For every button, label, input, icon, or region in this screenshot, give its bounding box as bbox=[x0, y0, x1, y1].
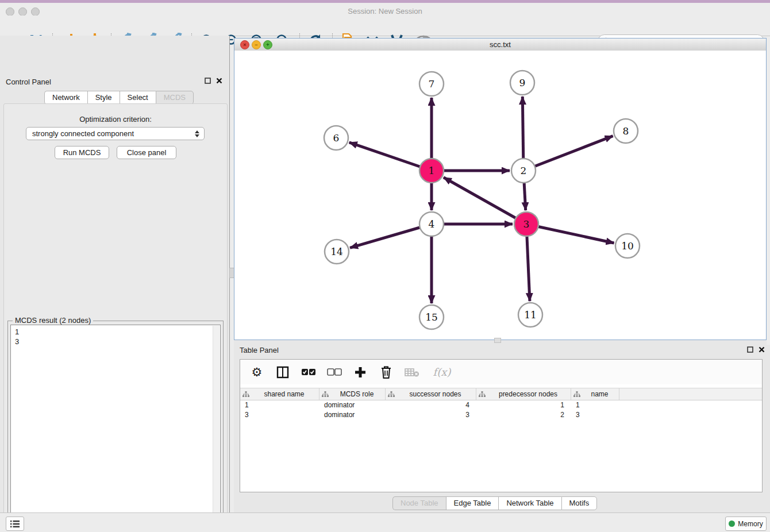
network-window-titlebar[interactable]: × − + scc.txt bbox=[234, 38, 766, 51]
select-all-columns-icon[interactable] bbox=[300, 364, 317, 381]
node-table: ⚙ f(x) bbox=[240, 359, 763, 492]
status-bar: Memory bbox=[0, 512, 770, 532]
network-column-icon bbox=[242, 391, 249, 398]
tab-node-table[interactable]: Node Table bbox=[392, 496, 446, 510]
graph-node-label: 9 bbox=[519, 77, 526, 88]
criterion-value: strongly connected component bbox=[32, 129, 134, 138]
graph-node-label: 11 bbox=[524, 309, 537, 321]
close-panel-button[interactable]: Close panel bbox=[117, 146, 176, 159]
table-row[interactable]: 1 dominator 4 1 1 bbox=[240, 400, 762, 410]
graph-node-label: 15 bbox=[425, 311, 438, 323]
memory-button[interactable]: Memory bbox=[725, 516, 767, 531]
network-view-window: × − + scc.txt 7968124314101511 bbox=[234, 38, 767, 340]
optimization-criterion-label: Optimization criterion: bbox=[4, 115, 227, 124]
network-column-icon bbox=[388, 391, 395, 398]
table-panel: Table Panel ⚙ bbox=[234, 345, 770, 512]
memory-label: Memory bbox=[738, 520, 763, 528]
graph-edge-3-10[interactable] bbox=[526, 224, 614, 243]
network-canvas[interactable]: 7968124314101511 bbox=[234, 51, 766, 340]
table-header-row: shared name MCDS role successor nodes pr… bbox=[240, 388, 762, 400]
add-column-icon[interactable] bbox=[352, 364, 369, 381]
delete-column-icon[interactable] bbox=[378, 364, 395, 381]
table-toolbar: ⚙ f(x) bbox=[240, 360, 762, 384]
tab-mcds[interactable]: MCDS bbox=[156, 91, 194, 105]
application-window: Session: New Session bbox=[0, 0, 770, 532]
function-builder-icon[interactable]: f(x) bbox=[429, 364, 455, 381]
table-row[interactable]: 3 dominator 3 2 3 bbox=[240, 410, 762, 420]
network-column-icon bbox=[479, 391, 486, 398]
result-line: 1 bbox=[15, 327, 19, 337]
graph-node-label: 14 bbox=[330, 246, 343, 257]
network-graph: 7968124314101511 bbox=[234, 51, 766, 340]
tab-motifs[interactable]: Motifs bbox=[561, 496, 598, 510]
network-column-icon bbox=[322, 391, 329, 398]
result-line: 3 bbox=[15, 337, 19, 346]
delete-table-icon[interactable] bbox=[403, 364, 421, 381]
close-panel-icon[interactable] bbox=[759, 346, 765, 353]
tab-edge-table[interactable]: Edge Table bbox=[446, 496, 499, 510]
close-panel-icon[interactable] bbox=[216, 78, 222, 84]
graph-edge-2-8[interactable] bbox=[523, 136, 613, 171]
column-header[interactable]: successor nodes bbox=[386, 388, 476, 400]
graph-node-label: 2 bbox=[521, 165, 527, 176]
table-panel-title: Table Panel bbox=[240, 346, 279, 354]
deselect-all-columns-icon[interactable] bbox=[326, 364, 343, 381]
mcds-panel: Optimization criterion: strongly connect… bbox=[3, 103, 228, 532]
tab-network-table[interactable]: Network Table bbox=[498, 496, 561, 510]
settings-icon[interactable]: ⚙ bbox=[248, 364, 265, 381]
column-header[interactable]: shared name bbox=[240, 388, 319, 400]
mcds-result-group: MCDS result (2 nodes) 1 3 bbox=[7, 321, 224, 532]
main-toolbar bbox=[0, 16, 770, 36]
result-scrollbar[interactable] bbox=[213, 326, 220, 531]
run-mcds-button[interactable]: Run MCDS bbox=[55, 146, 109, 159]
main-titlebar[interactable]: Session: New Session bbox=[0, 3, 770, 16]
graph-node-label: 7 bbox=[429, 78, 435, 90]
dropdown-arrows-icon bbox=[195, 130, 199, 137]
control-panel-title: Control Panel bbox=[6, 78, 51, 86]
graph-edge-1-6[interactable] bbox=[349, 142, 432, 171]
show-columns-icon[interactable] bbox=[274, 364, 291, 381]
graph-node-label: 10 bbox=[621, 240, 634, 252]
horizontal-splitter-handle[interactable] bbox=[494, 338, 501, 343]
control-panel-tabs: Network Style Select MCDS bbox=[44, 91, 194, 105]
mcds-result-textarea[interactable]: 1 3 bbox=[10, 325, 221, 532]
control-panel: Control Panel Network Style Select MCDS … bbox=[0, 36, 230, 512]
float-panel-icon[interactable] bbox=[205, 78, 211, 84]
tab-network[interactable]: Network bbox=[44, 91, 87, 105]
mcds-result-title: MCDS result (2 nodes) bbox=[13, 316, 93, 325]
graph-node-label: 8 bbox=[623, 125, 629, 137]
tab-style[interactable]: Style bbox=[87, 91, 120, 105]
network-column-icon bbox=[573, 391, 580, 398]
graph-node-label: 3 bbox=[523, 218, 530, 230]
criterion-dropdown[interactable]: strongly connected component bbox=[26, 127, 205, 140]
column-header[interactable]: name bbox=[571, 388, 619, 400]
memory-status-icon bbox=[729, 521, 735, 527]
graph-node-label: 1 bbox=[429, 165, 435, 176]
table-panel-tabs: Node Table Edge Table Network Table Moti… bbox=[392, 496, 597, 510]
window-title: Session: New Session bbox=[0, 7, 770, 16]
network-window-title: scc.txt bbox=[234, 40, 766, 49]
float-panel-icon[interactable] bbox=[747, 346, 753, 353]
column-header[interactable]: MCDS role bbox=[319, 388, 386, 400]
list-icon bbox=[10, 520, 20, 528]
graph-node-label: 4 bbox=[429, 218, 435, 230]
task-history-button[interactable] bbox=[6, 516, 24, 531]
tab-select[interactable]: Select bbox=[120, 91, 156, 105]
column-header[interactable]: predecessor nodes bbox=[476, 388, 571, 400]
graph-edge-3-1[interactable] bbox=[444, 178, 526, 224]
graph-node-label: 6 bbox=[333, 132, 340, 144]
